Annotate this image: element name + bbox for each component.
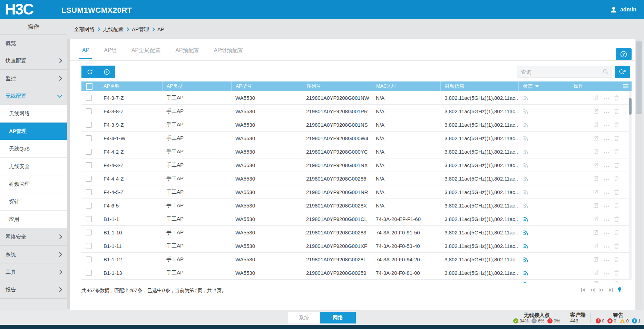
sidebar-item-8[interactable]: 射频管理 — [0, 175, 67, 193]
row-checkbox[interactable] — [86, 216, 92, 222]
more-icon[interactable] — [603, 203, 609, 208]
more-icon[interactable] — [603, 122, 609, 127]
sidebar-item-1[interactable]: 快速配置 — [0, 52, 67, 70]
page-scrollbar-thumb[interactable] — [636, 41, 642, 114]
wifi-status-icon[interactable] — [523, 135, 529, 141]
network-view-button[interactable]: 网络 — [320, 312, 356, 323]
first-page-button[interactable] — [581, 288, 586, 292]
delete-icon[interactable] — [614, 162, 619, 168]
row-checkbox[interactable] — [86, 162, 92, 168]
prev-page-button[interactable] — [590, 288, 595, 292]
tab-1[interactable]: AP组 — [103, 39, 117, 59]
more-icon[interactable] — [603, 243, 609, 249]
breadcrumb-item-3[interactable]: AP — [157, 26, 164, 32]
tab-2[interactable]: AP全局配置 — [131, 39, 162, 59]
add-button[interactable] — [98, 66, 115, 78]
user-menu[interactable]: admin — [610, 0, 636, 19]
sidebar-item-12[interactable]: 系统 — [0, 246, 67, 263]
system-view-button[interactable]: 系统 — [288, 312, 320, 323]
row-checkbox[interactable] — [86, 189, 92, 195]
delete-icon[interactable] — [614, 257, 619, 262]
search-input[interactable] — [517, 69, 603, 75]
edit-icon[interactable] — [593, 270, 599, 275]
wifi-status-icon[interactable] — [523, 243, 529, 249]
tab-4[interactable]: AP组预配置 — [213, 39, 244, 59]
row-checkbox[interactable] — [86, 270, 92, 276]
row-checkbox[interactable] — [86, 95, 92, 101]
status-filter-icon[interactable] — [535, 85, 539, 87]
more-icon[interactable] — [603, 95, 609, 100]
select-all-checkbox[interactable] — [86, 83, 92, 90]
sidebar-item-6[interactable]: 无线QoS — [0, 140, 67, 158]
delete-icon[interactable] — [614, 95, 619, 100]
delete-icon[interactable] — [614, 243, 619, 249]
page-tip-icon[interactable] — [617, 287, 622, 293]
more-icon[interactable] — [603, 216, 609, 222]
help-button[interactable]: ? — [616, 48, 632, 60]
edit-icon[interactable] — [593, 108, 599, 114]
delete-icon[interactable] — [614, 189, 619, 195]
col-status[interactable]: 状态 — [518, 81, 569, 91]
more-icon[interactable] — [603, 281, 609, 283]
sidebar-item-13[interactable]: 工具 — [0, 263, 67, 281]
edit-icon[interactable] — [593, 203, 599, 208]
delete-icon[interactable] — [614, 203, 619, 208]
column-config-icon[interactable] — [623, 84, 629, 88]
refresh-button[interactable] — [81, 66, 98, 78]
more-icon[interactable] — [603, 270, 609, 275]
edit-icon[interactable] — [593, 135, 599, 141]
sidebar-item-9[interactable]: 探针 — [0, 193, 67, 211]
edit-icon[interactable] — [593, 281, 599, 283]
row-checkbox[interactable] — [86, 108, 92, 114]
delete-icon[interactable] — [614, 149, 619, 154]
wifi-status-icon[interactable] — [523, 122, 529, 128]
wifi-status-icon[interactable] — [523, 175, 529, 182]
advanced-search-button[interactable] — [615, 66, 630, 78]
more-icon[interactable] — [603, 189, 609, 195]
page-scrollbar[interactable] — [636, 39, 642, 310]
sidebar-item-3[interactable]: 无线配置 — [0, 87, 67, 105]
row-checkbox[interactable] — [86, 135, 92, 141]
row-checkbox[interactable] — [86, 203, 92, 209]
sidebar-item-10[interactable]: 应用 — [0, 211, 67, 228]
sidebar-item-11[interactable]: 网络安全 — [0, 228, 67, 246]
wifi-status-icon[interactable] — [523, 202, 529, 209]
edit-icon[interactable] — [593, 243, 599, 249]
wifi-status-icon[interactable] — [523, 216, 529, 222]
wifi-status-icon[interactable] — [523, 189, 529, 195]
delete-icon[interactable] — [614, 108, 619, 114]
edit-icon[interactable] — [593, 230, 599, 235]
more-icon[interactable] — [603, 257, 609, 262]
wifi-status-icon[interactable] — [523, 108, 529, 114]
row-checkbox[interactable] — [86, 122, 92, 128]
wifi-status-icon[interactable] — [523, 229, 529, 235]
delete-icon[interactable] — [614, 176, 619, 181]
sidebar-item-7[interactable]: 无线安全 — [0, 158, 67, 175]
table-scrollbar[interactable] — [629, 91, 632, 280]
tab-3[interactable]: AP预配置 — [175, 39, 200, 59]
edit-icon[interactable] — [593, 95, 599, 100]
delete-icon[interactable] — [614, 270, 619, 275]
row-checkbox[interactable] — [86, 149, 92, 155]
edit-icon[interactable] — [593, 122, 599, 127]
edit-icon[interactable] — [593, 257, 599, 262]
sidebar-item-14[interactable]: 报告 — [0, 281, 67, 299]
row-checkbox[interactable] — [86, 176, 92, 182]
delete-icon[interactable] — [614, 216, 619, 222]
table-scrollbar-thumb[interactable] — [629, 98, 632, 115]
breadcrumb-item-2[interactable]: AP管理 — [132, 26, 149, 32]
edit-icon[interactable] — [593, 162, 599, 168]
sidebar-item-0[interactable]: 概览 — [0, 35, 67, 52]
tab-0[interactable]: AP — [81, 40, 90, 59]
wifi-status-icon[interactable] — [523, 162, 529, 168]
edit-icon[interactable] — [593, 176, 599, 181]
delete-icon[interactable] — [614, 122, 619, 127]
edit-icon[interactable] — [593, 149, 599, 154]
last-page-button[interactable] — [608, 288, 613, 292]
row-checkbox[interactable] — [86, 243, 92, 249]
wifi-status-icon[interactable] — [523, 281, 529, 283]
more-icon[interactable] — [603, 176, 609, 181]
wifi-status-icon[interactable] — [523, 148, 529, 155]
delete-icon[interactable] — [614, 135, 619, 141]
breadcrumb-item-0[interactable]: 全部网络 — [74, 26, 95, 32]
